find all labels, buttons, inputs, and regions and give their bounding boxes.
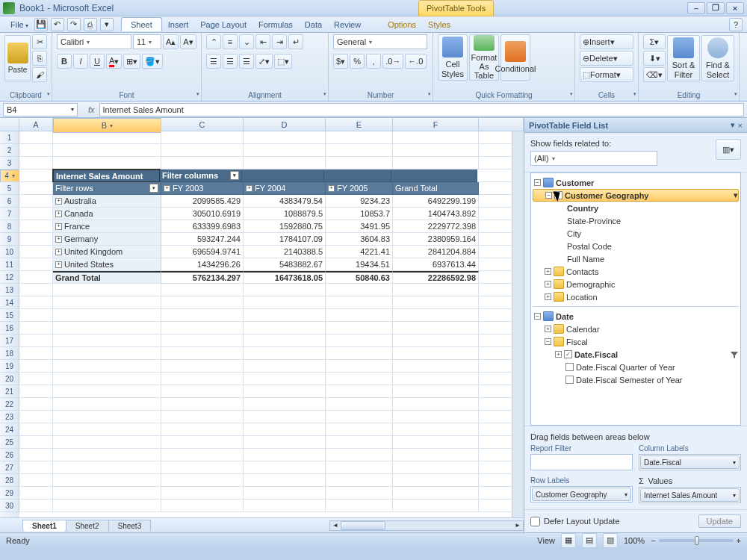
cell[interactable] bbox=[393, 373, 479, 385]
cell[interactable] bbox=[244, 449, 326, 461]
percent-icon[interactable]: % bbox=[350, 54, 365, 69]
italic-button[interactable]: I bbox=[73, 54, 88, 69]
cell[interactable] bbox=[244, 474, 326, 487]
cell[interactable] bbox=[326, 296, 393, 309]
cell[interactable] bbox=[326, 474, 393, 487]
cell[interactable]: 2099585.429 bbox=[161, 195, 244, 208]
cell[interactable] bbox=[19, 449, 53, 461]
cell[interactable] bbox=[19, 246, 53, 258]
decrease-indent-icon[interactable]: ⇤ bbox=[255, 34, 270, 49]
cell[interactable] bbox=[393, 335, 479, 347]
cell[interactable] bbox=[393, 385, 479, 398]
row-header[interactable]: 2 bbox=[0, 144, 19, 157]
cell[interactable] bbox=[19, 474, 53, 487]
comma-icon[interactable]: , bbox=[366, 54, 381, 69]
cell[interactable]: 10853.7 bbox=[326, 208, 393, 220]
cell[interactable] bbox=[326, 157, 393, 169]
select-all-corner[interactable] bbox=[0, 118, 19, 131]
cell[interactable] bbox=[326, 461, 393, 474]
cell[interactable]: Grand Total bbox=[393, 182, 479, 195]
row-header[interactable]: 21 bbox=[0, 385, 19, 398]
cell[interactable]: Filter rows▾ bbox=[53, 182, 161, 195]
cell[interactable] bbox=[53, 474, 161, 487]
fx-icon[interactable]: fx bbox=[88, 105, 95, 114]
insert-button[interactable]: ⊕ Insert ▾ bbox=[580, 34, 633, 49]
cell[interactable]: 3604.83 bbox=[326, 233, 393, 246]
cell[interactable] bbox=[53, 449, 161, 461]
print-icon[interactable]: ⎙ bbox=[84, 18, 97, 31]
cell[interactable] bbox=[393, 423, 479, 436]
cell[interactable] bbox=[161, 360, 244, 373]
row-header[interactable]: 1 bbox=[0, 131, 19, 144]
save-icon[interactable]: 💾 bbox=[34, 18, 48, 31]
cell[interactable] bbox=[393, 284, 479, 296]
tree-date[interactable]: −Date bbox=[533, 310, 739, 323]
cell[interactable] bbox=[19, 411, 53, 423]
cell[interactable] bbox=[19, 309, 53, 322]
cell[interactable] bbox=[19, 220, 53, 233]
report-filter-drop[interactable] bbox=[530, 454, 633, 470]
tab-review[interactable]: Review bbox=[328, 19, 367, 31]
cell[interactable] bbox=[393, 347, 479, 360]
tree-city[interactable]: City bbox=[533, 227, 739, 240]
cell[interactable] bbox=[161, 157, 244, 169]
cell[interactable] bbox=[244, 461, 326, 474]
close-button[interactable]: × bbox=[726, 2, 744, 14]
update-button[interactable]: Update bbox=[698, 514, 741, 528]
show-fields-select[interactable]: (All) bbox=[530, 151, 657, 166]
tab-sheet[interactable]: Sheet bbox=[121, 17, 162, 31]
undo-icon[interactable]: ↶ bbox=[51, 18, 64, 31]
cell[interactable] bbox=[161, 474, 244, 487]
cell[interactable] bbox=[244, 385, 326, 398]
row-header[interactable]: 18 bbox=[0, 347, 19, 360]
cell[interactable] bbox=[393, 131, 479, 144]
row-labels-drop[interactable]: Customer Geography bbox=[530, 486, 633, 503]
pane-close-icon[interactable]: × bbox=[738, 121, 743, 130]
cell[interactable]: 305010.6919 bbox=[161, 208, 244, 220]
cell[interactable]: 9234.23 bbox=[326, 195, 393, 208]
row-header[interactable]: 23 bbox=[0, 411, 19, 423]
cell[interactable] bbox=[326, 360, 393, 373]
tree-customer[interactable]: −Customer bbox=[533, 176, 739, 189]
cell[interactable] bbox=[393, 144, 479, 157]
cell[interactable] bbox=[244, 157, 326, 169]
cell[interactable] bbox=[19, 360, 53, 373]
cell[interactable] bbox=[19, 385, 53, 398]
cell[interactable] bbox=[244, 309, 326, 322]
cell[interactable] bbox=[53, 436, 161, 449]
conditional-button[interactable]: Conditional bbox=[500, 34, 530, 81]
cell[interactable] bbox=[244, 398, 326, 411]
row-header[interactable]: 11 bbox=[0, 258, 19, 271]
cell[interactable] bbox=[53, 296, 161, 309]
cell[interactable] bbox=[393, 309, 479, 322]
col-header-f[interactable]: F bbox=[393, 118, 479, 131]
cell[interactable] bbox=[393, 398, 479, 411]
redo-icon[interactable]: ↷ bbox=[67, 18, 81, 31]
zoom-slider[interactable]: −+ bbox=[651, 536, 741, 545]
cell[interactable] bbox=[53, 500, 161, 512]
values-drop[interactable]: Internet Sales Amount bbox=[639, 487, 741, 503]
name-box[interactable]: B4 bbox=[3, 103, 78, 116]
number-format-select[interactable]: General bbox=[333, 34, 427, 49]
row-header[interactable]: 3 bbox=[0, 157, 19, 169]
cell[interactable] bbox=[326, 436, 393, 449]
cell[interactable]: +Germany bbox=[53, 233, 161, 246]
pane-menu-icon[interactable]: ▾ bbox=[731, 120, 735, 130]
col-header-b[interactable]: B bbox=[53, 118, 161, 133]
cell[interactable] bbox=[19, 284, 53, 296]
cell[interactable]: Grand Total bbox=[53, 271, 161, 284]
clear-icon[interactable]: ⌫▾ bbox=[643, 67, 666, 82]
cell[interactable]: 50840.63 bbox=[326, 271, 393, 284]
cut-icon[interactable]: ✂ bbox=[32, 34, 47, 49]
cell[interactable]: 5483882.67 bbox=[244, 258, 326, 271]
cell[interactable] bbox=[326, 335, 393, 347]
format-painter-icon[interactable]: 🖌 bbox=[32, 67, 47, 82]
cell[interactable]: Filter columns▾ bbox=[160, 169, 242, 182]
cell[interactable] bbox=[324, 169, 391, 182]
cell[interactable] bbox=[53, 385, 161, 398]
cell[interactable]: 633399.6983 bbox=[161, 220, 244, 233]
cell[interactable] bbox=[161, 284, 244, 296]
find-select-button[interactable]: Find & Select bbox=[701, 35, 734, 81]
tree-calendar[interactable]: +Calendar bbox=[533, 323, 739, 335]
cell[interactable] bbox=[244, 411, 326, 423]
